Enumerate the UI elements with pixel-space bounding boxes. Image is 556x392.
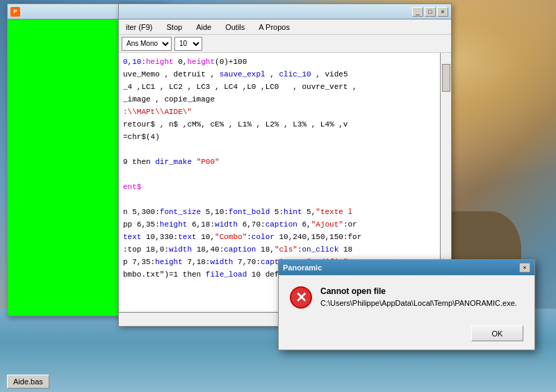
dialog-title: Panoramic xyxy=(283,263,322,272)
error-path: C:\Users\Philippe\AppData\Local\Temp\PAN… xyxy=(320,299,523,307)
menu-iter[interactable]: iter (F9) xyxy=(122,22,157,33)
dialog-body: ✕ Cannot open file C:\Users\Philippe\App… xyxy=(279,275,534,320)
ok-button[interactable]: OK xyxy=(471,325,523,341)
menu-stop[interactable]: Stop xyxy=(163,22,187,33)
code-line: pp 6,35:height 6,18:width 6,70:caption 6… xyxy=(123,218,436,231)
code-close-button[interactable]: × xyxy=(437,7,448,17)
code-line: 0,10:height 0,height(0)+100 xyxy=(123,56,436,68)
dialog-titlebar: Panoramic × xyxy=(279,260,534,275)
code-line: retour$ , n$ ,cM%, cE% , L1% , L2% , L3%… xyxy=(123,118,436,131)
menu-apropos[interactable]: A Propos xyxy=(254,22,294,33)
code-line: :top 18,0:width 18,40:caption 18,"cls":o… xyxy=(123,243,436,256)
error-icon-container: ✕ xyxy=(290,286,312,309)
dialog-footer: OK xyxy=(279,320,534,350)
code-line: :\\MAPt\\AIDE\" xyxy=(123,106,436,118)
toolbar: Ans Mono 10 xyxy=(119,35,451,53)
code-window-titlebar: _ □ × xyxy=(119,4,451,19)
code-line xyxy=(123,168,436,181)
code-line: _4 ,LC1 , LC2 , LC3 , LC4 ,L0 ,LC0 , ouv… xyxy=(123,81,436,93)
menu-bar: iter (F9) Stop Aide Outils A Propos xyxy=(119,19,451,35)
error-dialog: Panoramic × ✕ Cannot open file C:\Users\… xyxy=(278,259,535,350)
code-line: ent$ xyxy=(123,181,436,193)
font-selector[interactable]: Ans Mono xyxy=(122,37,172,51)
size-selector[interactable]: 10 xyxy=(174,37,202,51)
code-line: text 10,330:text 10,"Combo":color 10,240… xyxy=(123,231,436,243)
code-line: 9 then dir_make "P00" xyxy=(123,156,436,168)
code-line: =chr$(4) xyxy=(123,131,436,143)
error-icon: ✕ xyxy=(290,286,312,309)
code-line: n 5,300:font_size 5,10:font_bold 5:hint … xyxy=(123,206,436,218)
code-line: uve_Memo , detruit , sauve_expl , clic_1… xyxy=(123,68,436,81)
menu-outils[interactable]: Outils xyxy=(221,22,249,33)
taskbar-item-label: Aide.bas xyxy=(13,377,43,386)
code-line xyxy=(123,193,436,206)
code-line: _image , copie_image xyxy=(123,93,436,106)
code-maximize-button[interactable]: □ xyxy=(425,7,436,17)
code-minimize-button[interactable]: _ xyxy=(412,7,423,17)
error-title: Cannot open file xyxy=(320,286,523,296)
code-line xyxy=(123,143,436,156)
code-window-controls[interactable]: _ □ × xyxy=(412,7,448,17)
dialog-close-button[interactable]: × xyxy=(519,263,530,272)
menu-aide[interactable]: Aide xyxy=(192,22,215,33)
preview-app-icon: P xyxy=(10,7,20,17)
error-text-area: Cannot open file C:\Users\Philippe\AppDa… xyxy=(320,286,523,307)
scrollbar-thumb[interactable] xyxy=(442,64,450,92)
taskbar-item[interactable]: Aide.bas xyxy=(7,375,49,389)
